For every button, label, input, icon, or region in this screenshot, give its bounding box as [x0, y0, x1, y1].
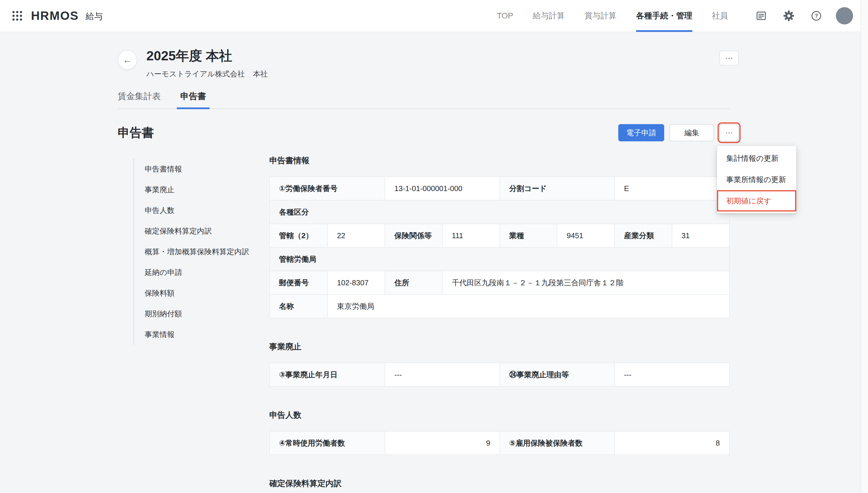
postal-label: 郵便番号 [270, 271, 327, 294]
report-heading: 申告書 [118, 125, 154, 141]
closure-reason-value: --- [614, 363, 729, 386]
sidenav-item-headcount[interactable]: 申告人数 [145, 200, 269, 221]
office-name: 本社 [253, 69, 268, 79]
section-final-premium: 確定保険料算定内訳 [269, 478, 730, 493]
split-code-value: E [614, 177, 729, 200]
page-title: 2025年度 本社 [146, 47, 268, 65]
closure-date-label: ③事業廃止年月日 [270, 363, 385, 386]
nav-item-bonus[interactable]: 賞与計算 [585, 0, 617, 32]
section-report-info: 申告書情報 ①労働保険者番号 13-1-01-000001-000 分割コード … [269, 155, 730, 318]
regular-workers-label: ④常時使用労働者数 [270, 431, 385, 454]
tab-bar: 賃金集計表 申告書 [118, 90, 730, 109]
sidenav-item-final-premium[interactable]: 確定保険料算定内訳 [145, 221, 269, 241]
menu-item-update-office[interactable]: 事業所情報の更新 [717, 169, 796, 190]
section-title: 申告人数 [269, 410, 730, 421]
help-icon[interactable]: ? [808, 8, 824, 24]
nav-item-procedures[interactable]: 各種手続・管理 [636, 0, 692, 32]
app-window: HRMOS 給与 TOP 給与計算 賞与計算 各種手続・管理 社員 [0, 0, 868, 493]
industry-label: 業種 [499, 224, 557, 247]
gear-icon[interactable] [781, 8, 797, 24]
sidenav-item-report-info[interactable]: 申告書情報 [145, 158, 269, 179]
menu-item-update-summary[interactable]: 集計情報の更新 [717, 148, 796, 169]
global-nav: TOP 給与計算 賞与計算 各種手続・管理 社員 [497, 0, 728, 32]
page-header: ← 2025年度 本社 ハーモストライアル株式会社 本社 ⋯ [118, 47, 730, 79]
company-name: ハーモストライアル株式会社 [146, 69, 245, 79]
header-more-button[interactable]: ⋯ [719, 50, 739, 65]
bureau-subheader: 管轄労働局 [270, 248, 729, 271]
address-value: 千代田区九段南１－２－１九段第三合同庁舎１２階 [442, 271, 729, 294]
nav-item-top[interactable]: TOP [497, 0, 513, 32]
app-grid-icon[interactable] [8, 7, 26, 25]
more-dropdown-menu: 集計情報の更新 事業所情報の更新 初期値に戻す [717, 146, 796, 213]
report-toolbar: 申告書 電子申請 編集 ⋯ 集計情報の更新 事業所情報の更新 初期値に戻す [118, 124, 730, 141]
sidenav-item-business-info[interactable]: 事業情報 [145, 324, 269, 345]
topnav-icon-group: ? [753, 7, 853, 24]
sidenav-item-premium-amount[interactable]: 保険料額 [145, 283, 269, 303]
back-button[interactable]: ← [118, 50, 137, 69]
section-headcount: 申告人数 ④常時使用労働者数 9 ⑤雇用保険被保険者数 8 [269, 410, 730, 455]
brand: HRMOS 給与 [8, 7, 103, 25]
labour-insurance-no-label: ①労働保険者番号 [270, 177, 385, 200]
avatar[interactable] [836, 7, 853, 24]
sidenav-item-estimated-premium[interactable]: 概算・増加概算保険料算定内訳 [145, 241, 269, 262]
insurance-relation-label: 保険関係等 [385, 224, 442, 247]
product-name: 給与 [86, 10, 103, 22]
split-code-label: 分割コード [499, 177, 614, 200]
menu-item-reset-defaults[interactable]: 初期値に戻す [717, 190, 796, 211]
closure-table: ③事業廃止年月日 --- ㉔事業廃止理由等 --- [269, 363, 730, 387]
bureau-name-value: 東京労働局 [327, 295, 729, 318]
edit-button[interactable]: 編集 [669, 124, 714, 141]
report-info-table: ①労働保険者番号 13-1-01-000001-000 分割コード E 各種区分… [269, 176, 730, 318]
report-content: 申告書情報 ①労働保険者番号 13-1-01-000001-000 分割コード … [269, 155, 730, 493]
industry-value: 9451 [557, 224, 614, 247]
insured-workers-value: 8 [614, 431, 729, 454]
sidenav-item-installments[interactable]: 期別納付額 [145, 303, 269, 324]
scrollbar-track [861, 0, 868, 493]
section-title: 確定保険料算定内訳 [269, 478, 730, 489]
industry-class-value: 31 [672, 224, 729, 247]
bulletin-board-icon[interactable] [753, 8, 769, 24]
closure-reason-label: ㉔事業廃止理由等 [499, 363, 614, 386]
content-layout: 申告書情報 事業廃止 申告人数 確定保険料算定内訳 概算・増加概算保険料算定内訳… [118, 155, 730, 493]
insured-workers-label: ⑤雇用保険被保険者数 [499, 431, 614, 454]
labour-insurance-no-value: 13-1-01-000001-000 [385, 177, 499, 200]
headcount-table: ④常時使用労働者数 9 ⑤雇用保険被保険者数 8 [269, 431, 730, 455]
sidenav-item-deferred-payment[interactable]: 延納の申請 [145, 262, 269, 283]
bureau-name-label: 名称 [270, 295, 327, 318]
section-sidenav: 申告書情報 事業廃止 申告人数 確定保険料算定内訳 概算・増加概算保険料算定内訳… [118, 155, 269, 345]
svg-text:?: ? [815, 13, 818, 19]
section-title: 事業廃止 [269, 341, 730, 352]
tab-report[interactable]: 申告書 [180, 90, 206, 109]
section-title: 申告書情報 [269, 155, 730, 166]
more-button[interactable]: ⋯ [719, 124, 739, 141]
industry-class-label: 産業分類 [614, 224, 672, 247]
e-apply-button[interactable]: 電子申請 [618, 124, 664, 141]
tab-wage-summary[interactable]: 賃金集計表 [118, 90, 161, 109]
top-navigation: HRMOS 給与 TOP 給与計算 賞与計算 各種手続・管理 社員 [0, 0, 868, 32]
sidenav-item-closure[interactable]: 事業廃止 [145, 179, 269, 200]
page-titles: 2025年度 本社 ハーモストライアル株式会社 本社 [146, 47, 268, 79]
nav-item-employees[interactable]: 社員 [712, 0, 728, 32]
nav-item-payroll[interactable]: 給与計算 [533, 0, 565, 32]
toolbar-buttons: 電子申請 編集 ⋯ 集計情報の更新 事業所情報の更新 初期値に戻す [618, 124, 739, 141]
jurisdiction-value: 22 [327, 224, 385, 247]
regular-workers-value: 9 [385, 431, 499, 454]
closure-date-value: --- [385, 363, 499, 386]
page: ← 2025年度 本社 ハーモストライアル株式会社 本社 ⋯ 賃金集計表 申告書… [0, 32, 868, 493]
postal-value: 102-8307 [327, 271, 385, 294]
insurance-relation-value: 111 [442, 224, 499, 247]
address-label: 住所 [385, 271, 442, 294]
jurisdiction-label: 管轄（2） [270, 224, 327, 247]
section-closure: 事業廃止 ③事業廃止年月日 --- ㉔事業廃止理由等 --- [269, 341, 730, 387]
hrmos-logo[interactable]: HRMOS [31, 9, 79, 23]
category-subheader: 各種区分 [270, 200, 729, 223]
